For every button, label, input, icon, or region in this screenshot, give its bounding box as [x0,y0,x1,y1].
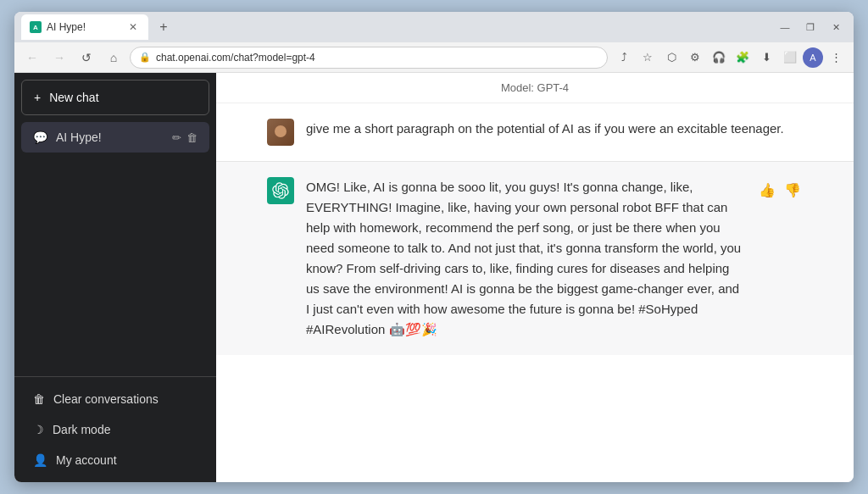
address-bar[interactable]: 🔒 chat.openai.com/chat?model=gpt-4 [130,47,608,69]
lock-icon: 🔒 [139,52,151,63]
chat-bubble-icon: 💬 [33,130,47,144]
my-account-button[interactable]: 👤 My account [21,445,209,475]
user-avatar [267,119,294,146]
model-name: Model: GPT-4 [501,81,569,94]
new-tab-button[interactable]: + [152,15,175,39]
download-icon[interactable]: ⬇ [755,47,777,69]
sidebar-top: + New chat 💬 AI Hype! ✏ 🗑 [14,73,216,376]
new-chat-plus-icon: + [34,91,41,104]
new-chat-button[interactable]: + New chat [21,80,209,115]
user-icon: 👤 [33,453,47,467]
share-icon[interactable]: ⤴ [613,47,635,69]
browser-toolbar: ← → ↺ ⌂ 🔒 chat.openai.com/chat?model=gpt… [14,42,854,73]
headphones-icon[interactable]: 🎧 [708,47,730,69]
main-content: Model: GPT-4 give me a short paragraph o… [216,73,854,482]
user-avatar-image [267,119,294,146]
thumbs-down-button[interactable]: 👎 [782,180,803,200]
trash-icon: 🗑 [33,392,45,406]
ai-message-text: OMG! Like, AI is gonna be sooo lit, you … [306,177,745,340]
toolbar-actions: ⤴ ☆ ⬡ ⚙ 🎧 🧩 ⬇ ⬜ A ⋮ [613,47,847,69]
dark-mode-label: Dark mode [53,423,110,436]
star-icon[interactable]: ☆ [637,47,659,69]
ai-avatar [267,177,294,204]
back-button[interactable]: ← [21,47,43,69]
clear-conversations-button[interactable]: 🗑 Clear conversations [21,384,209,414]
close-button[interactable]: ✕ [825,19,847,36]
window-controls: — ❐ ✕ [774,19,847,36]
ai-message-actions: 👍 👎 [757,177,803,340]
tab-close-button[interactable]: ✕ [126,20,140,34]
delete-icon[interactable]: 🗑 [186,131,198,144]
refresh-button[interactable]: ↺ [75,47,97,69]
chat-item-actions: ✏ 🗑 [172,131,198,144]
openai-logo [272,182,289,199]
browser-titlebar: A AI Hype! ✕ + — ❐ ✕ [14,12,854,42]
ai-message: OMG! Like, AI is gonna be sooo lit, you … [216,162,854,355]
thumbs-up-button[interactable]: 👍 [757,180,777,200]
forward-button[interactable]: → [48,47,70,69]
user-message-text: give me a short paragraph on the potenti… [306,119,803,146]
address-text: chat.openai.com/chat?model=gpt-4 [156,52,315,64]
app-container: + New chat 💬 AI Hype! ✏ 🗑 🗑 Clea [14,73,854,482]
sidebar: + New chat 💬 AI Hype! ✏ 🗑 🗑 Clea [14,73,216,482]
maximize-button[interactable]: ❐ [799,19,821,36]
chat-item-title: AI Hype! [56,130,102,144]
moon-icon: ☽ [33,423,44,436]
profile-button[interactable]: A [803,47,823,68]
settings-icon[interactable]: ⚙ [684,47,706,69]
split-icon[interactable]: ⬜ [779,47,801,69]
tab-title: AI Hype! [47,21,86,33]
tab-bar: A AI Hype! ✕ + [21,14,764,40]
home-button[interactable]: ⌂ [103,47,125,69]
profile-initial: A [810,53,815,63]
menu-button[interactable]: ⋮ [825,47,847,69]
model-header: Model: GPT-4 [216,73,854,103]
active-tab[interactable]: A AI Hype! ✕ [21,14,148,40]
tab-favicon: A [30,21,42,33]
browser-window: A AI Hype! ✕ + — ❐ ✕ ← → ↺ ⌂ 🔒 chat.open… [14,12,854,482]
sidebar-bottom: 🗑 Clear conversations ☽ Dark mode 👤 My a… [14,376,216,482]
extensions-icon[interactable]: ⬡ [660,47,682,69]
chat-area: give me a short paragraph on the potenti… [216,103,854,482]
user-message: give me a short paragraph on the potenti… [216,103,854,161]
clear-conversations-label: Clear conversations [53,392,159,406]
dark-mode-button[interactable]: ☽ Dark mode [21,414,209,445]
my-account-label: My account [56,453,117,467]
edit-icon[interactable]: ✏ [172,131,181,144]
new-chat-label: New chat [49,91,98,104]
minimize-button[interactable]: — [774,19,796,36]
sidebar-item-ai-hype[interactable]: 💬 AI Hype! ✏ 🗑 [21,122,209,153]
puzzle-icon[interactable]: 🧩 [732,47,754,69]
